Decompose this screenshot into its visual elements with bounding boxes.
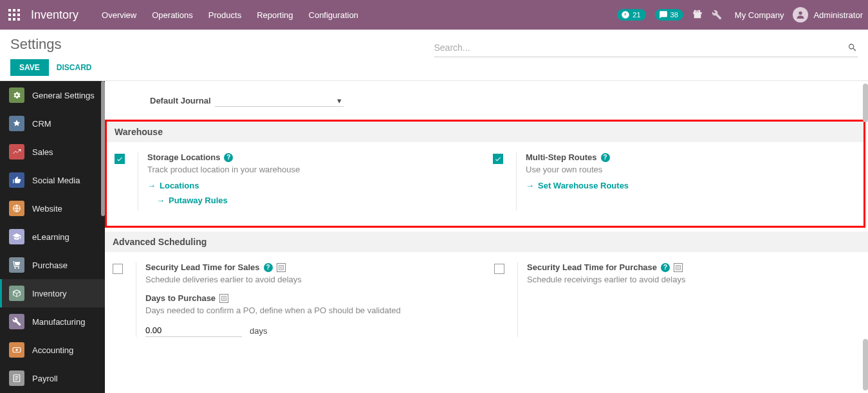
gift-icon[interactable] xyxy=(692,10,703,20)
search-box[interactable] xyxy=(434,39,858,57)
svg-rect-26 xyxy=(677,266,678,267)
clock-icon xyxy=(621,10,630,19)
sidebar-item-label: Social Media xyxy=(32,176,80,185)
company-name[interactable]: My Company xyxy=(735,10,784,20)
content-scrollbar-bottom[interactable] xyxy=(863,339,868,390)
tools-icon[interactable] xyxy=(712,10,722,20)
svg-rect-3 xyxy=(8,14,11,16)
app-title[interactable]: Inventory xyxy=(31,8,78,22)
multi-step-routes-desc: Use your own routes xyxy=(526,165,856,174)
nav-products[interactable]: Products xyxy=(208,10,241,20)
payslip-icon xyxy=(9,370,24,386)
sidebar-item-label: Purchase xyxy=(32,260,68,270)
nav-configuration[interactable]: Configuration xyxy=(309,10,358,20)
multi-step-routes-checkbox[interactable] xyxy=(493,154,503,164)
svg-rect-15 xyxy=(279,265,283,270)
sidebar-item-general[interactable]: General Settings xyxy=(0,81,105,109)
messages-badge[interactable]: 38 xyxy=(655,9,683,21)
help-icon[interactable]: ? xyxy=(661,263,670,272)
navbar: Inventory Overview Operations Products R… xyxy=(0,0,868,30)
security-lead-sales-desc: Schedule deliveries earlier to avoid del… xyxy=(145,275,479,284)
search-input[interactable] xyxy=(434,39,848,57)
multi-step-routes-title: Multi-Step Routes xyxy=(526,152,597,162)
warehouse-section-highlight: Warehouse Storage Locations ? Track prod… xyxy=(105,120,865,228)
activities-badge[interactable]: 21 xyxy=(617,9,645,21)
messages-count: 38 xyxy=(670,11,678,19)
search-icon[interactable] xyxy=(847,42,858,53)
svg-rect-6 xyxy=(8,18,11,21)
user-menu[interactable]: Administrator xyxy=(793,7,863,23)
nav-reporting[interactable]: Reporting xyxy=(257,10,293,20)
sidebar-item-inventory[interactable]: Inventory xyxy=(0,279,105,307)
days-to-purchase-input[interactable] xyxy=(145,324,242,337)
storage-locations-checkbox[interactable] xyxy=(115,154,125,164)
sidebar-item-label: Payroll xyxy=(32,374,58,383)
security-lead-purchase-desc: Schedule receivings earlier to avoid del… xyxy=(527,275,860,284)
nav-operations[interactable]: Operations xyxy=(152,10,193,20)
activities-count: 21 xyxy=(633,11,640,19)
arrow-right-icon: → xyxy=(156,196,165,205)
svg-rect-4 xyxy=(13,14,15,16)
days-to-purchase-title: Days to Purchase xyxy=(145,293,216,303)
days-unit-label: days xyxy=(250,326,267,336)
arrow-right-icon: → xyxy=(147,181,156,190)
gear-icon xyxy=(9,87,24,103)
putaway-rules-link[interactable]: → Putaway Rules xyxy=(156,196,477,205)
enterprise-icon xyxy=(674,263,683,272)
sidebar-item-purchase[interactable]: Purchase xyxy=(0,251,105,279)
sidebar-item-payroll[interactable]: Payroll xyxy=(0,364,105,392)
svg-rect-25 xyxy=(676,265,681,270)
box-icon xyxy=(9,286,24,301)
security-lead-sales-checkbox[interactable] xyxy=(113,264,123,274)
svg-rect-22 xyxy=(225,297,225,298)
sidebar-item-elearning[interactable]: eLearning xyxy=(0,223,105,251)
thumbs-up-icon xyxy=(9,172,24,188)
sidebar-item-website[interactable]: Website xyxy=(0,194,105,223)
svg-rect-1 xyxy=(13,9,15,12)
svg-rect-16 xyxy=(280,266,281,267)
security-lead-purchase-checkbox[interactable] xyxy=(494,264,504,274)
chat-icon xyxy=(659,10,668,19)
svg-point-9 xyxy=(799,12,802,15)
locations-link[interactable]: → Locations xyxy=(147,181,477,190)
svg-point-12 xyxy=(15,349,18,351)
handshake-icon xyxy=(9,116,24,131)
storage-locations-desc: Track product location in your warehouse xyxy=(147,165,477,174)
graduation-icon xyxy=(9,229,24,244)
default-journal-label: Default Journal xyxy=(150,96,211,105)
sidebar-item-social[interactable]: Social Media xyxy=(0,166,105,194)
control-panel: Settings SAVE DISCARD xyxy=(0,30,868,81)
avatar-icon xyxy=(793,7,808,23)
sidebar-item-crm[interactable]: CRM xyxy=(0,109,105,138)
svg-rect-2 xyxy=(17,9,20,12)
chart-icon xyxy=(9,144,24,160)
sidebar-item-label: Sales xyxy=(32,147,53,157)
set-warehouse-routes-link[interactable]: → Set Warehouse Routes xyxy=(526,181,856,190)
save-button[interactable]: SAVE xyxy=(10,59,49,76)
svg-rect-18 xyxy=(280,268,281,268)
section-scheduling-header: Advanced Scheduling xyxy=(105,232,868,252)
help-icon[interactable]: ? xyxy=(601,153,610,162)
svg-rect-0 xyxy=(8,9,11,12)
svg-rect-20 xyxy=(222,296,226,300)
page-title: Settings xyxy=(10,36,434,53)
help-icon[interactable]: ? xyxy=(264,263,273,272)
sidebar-item-sales[interactable]: Sales xyxy=(0,138,105,166)
arrow-right-icon: → xyxy=(526,181,534,190)
svg-rect-5 xyxy=(17,14,20,16)
globe-icon xyxy=(9,201,24,216)
sidebar-item-manufacturing[interactable]: Manufacturing xyxy=(0,307,105,336)
svg-rect-21 xyxy=(223,297,223,298)
cart-icon xyxy=(9,257,24,273)
discard-button[interactable]: DISCARD xyxy=(57,63,92,72)
content-scrollbar-top[interactable] xyxy=(863,84,868,122)
sidebar-item-accounting[interactable]: Accounting xyxy=(0,336,105,364)
sidebar-item-label: Manufacturing xyxy=(32,317,85,327)
enterprise-icon xyxy=(277,263,286,272)
apps-menu-icon[interactable] xyxy=(5,6,23,24)
svg-rect-19 xyxy=(281,268,282,268)
section-warehouse-header: Warehouse xyxy=(107,122,863,142)
nav-overview[interactable]: Overview xyxy=(102,10,136,20)
default-journal-select[interactable] xyxy=(215,94,344,107)
help-icon[interactable]: ? xyxy=(224,153,233,162)
